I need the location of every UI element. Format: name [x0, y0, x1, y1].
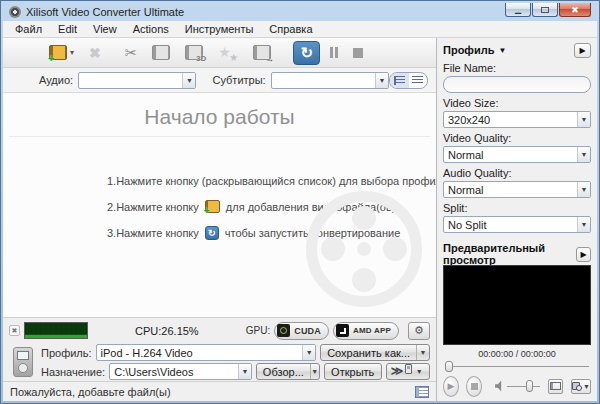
amd-label: AMD APP — [353, 326, 391, 335]
file-name-label: File Name: — [443, 62, 591, 74]
split-select[interactable]: No Split ▼ — [443, 216, 591, 233]
play-button[interactable]: ▶ — [443, 376, 459, 397]
crop-film-icon — [152, 45, 170, 60]
convert-icon: ↻ — [205, 226, 219, 240]
maximize-button[interactable] — [532, 3, 558, 17]
output-settings: Профиль: iPod - H.264 Video ▼ Сохранить … — [3, 343, 436, 381]
3d-button[interactable]: 3D — [185, 45, 203, 60]
camera-icon — [572, 382, 580, 390]
audio-quality-label: Audio Quality: — [443, 167, 591, 179]
app-logo-icon — [9, 6, 21, 18]
step-2-text: 2.Нажмите кнопку — [107, 201, 199, 213]
video-quality-select[interactable]: Normal ▼ — [443, 146, 591, 163]
nvidia-icon — [277, 324, 290, 337]
3d-film-icon: 3D — [185, 45, 203, 60]
file-name-input[interactable] — [443, 76, 591, 93]
status-message: Пожалуйста, добавьте файл(ы) — [10, 386, 415, 398]
film-frame-icon — [550, 382, 561, 390]
pause-button[interactable] — [330, 47, 338, 58]
audio-quality-select[interactable]: Normal ▼ — [443, 181, 591, 198]
hide-graph-button[interactable]: ✖ — [9, 325, 20, 336]
combo-value: iPod - H.264 Video — [97, 347, 303, 359]
track-filter-row: Аудио: ▼ Субтитры: ▼ — [3, 68, 436, 93]
subtitles-select[interactable]: ▼ — [271, 72, 389, 89]
add-to-queue-button[interactable]: → — [253, 45, 271, 60]
menu-edit[interactable]: Edit — [50, 23, 85, 35]
menu-file[interactable]: Файл — [7, 23, 50, 35]
menu-help[interactable]: Справка — [261, 23, 320, 35]
volume-slider[interactable] — [507, 379, 540, 393]
volume-slider-thumb[interactable] — [526, 380, 533, 392]
chevron-down-icon: ▾ — [70, 48, 74, 57]
detail-view-icon — [394, 76, 405, 85]
profile-panel-title[interactable]: Профиль — [443, 44, 494, 56]
profile-select[interactable]: iPod - H.264 Video ▼ — [96, 344, 317, 361]
profile-label: Профиль: — [41, 347, 92, 359]
chevron-down-icon: ▼ — [577, 147, 590, 162]
add-file-icon: + — [49, 45, 67, 60]
effects-button[interactable]: ★★ — [218, 44, 238, 61]
save-as-button[interactable]: Сохранить как... ▼ — [320, 344, 430, 361]
combo-value: Normal — [444, 184, 577, 196]
destination-input[interactable]: C:\Users\Videos ▼ — [109, 363, 252, 380]
destination-label: Назначение: — [41, 366, 105, 378]
settings-button[interactable]: ⚙ — [408, 322, 430, 340]
maximize-icon — [541, 7, 549, 13]
chevron-down-icon: ▼ — [375, 73, 388, 88]
pause-icon — [330, 47, 338, 58]
chevron-down-icon: ▼ — [182, 73, 195, 88]
menu-actions[interactable]: Actions — [125, 23, 177, 35]
amd-icon — [336, 324, 349, 337]
toolbar: + ▾ ✖ ✂ 3D ★★ — [3, 38, 436, 68]
delete-file-button[interactable]: ✖ — [89, 45, 101, 61]
title-bar: Xilisoft Video Converter Ultimate ▁ ✖ — [3, 3, 597, 21]
view-toggle — [389, 72, 428, 89]
scissors-icon: ✂ — [125, 44, 138, 62]
stop-button[interactable] — [353, 48, 363, 58]
close-button[interactable]: ✖ — [559, 3, 591, 17]
volume-track — [507, 386, 540, 387]
stop-playback-button[interactable] — [466, 376, 482, 397]
open-label: Открыть — [331, 366, 374, 378]
seek-slider[interactable] — [443, 360, 591, 372]
subtitles-label: Субтитры: — [212, 74, 265, 86]
seek-slider-thumb[interactable] — [445, 361, 453, 372]
expand-preview-button[interactable]: ▶ — [576, 247, 591, 262]
cuda-button[interactable]: CUDA — [274, 322, 329, 340]
clip-button[interactable]: ✂ — [125, 44, 138, 62]
preview-panel-title: Предварительный просмотр — [443, 242, 576, 266]
camera-button[interactable]: ▼ — [571, 379, 591, 394]
menu-view[interactable]: View — [85, 23, 125, 35]
wrench-icon: ⚙ — [414, 324, 424, 337]
combo-value: Normal — [444, 149, 577, 161]
chevron-down-icon: ▼ — [577, 112, 590, 127]
speaker-icon[interactable] — [495, 381, 503, 392]
snapshot-folder-button[interactable] — [548, 379, 563, 394]
ipod-device-icon — [13, 347, 33, 377]
chevron-down-icon: ▼ — [583, 383, 590, 390]
expand-profile-button[interactable]: ▶ — [574, 43, 591, 58]
transfer-to-device-button[interactable]: ≫ ▼ — [386, 363, 430, 380]
cuda-label: CUDA — [294, 326, 321, 336]
chevron-down-icon: ▼ — [577, 217, 590, 232]
add-file-button[interactable]: + ▾ — [49, 45, 74, 60]
menu-tools[interactable]: Инструменты — [177, 23, 262, 35]
audio-select[interactable]: ▼ — [78, 72, 196, 89]
step-1-text: 1.Нажмите кнопку (раскрывающийся список)… — [107, 175, 436, 187]
browse-button[interactable]: Обзор... ▼ — [256, 363, 320, 380]
combo-value: 320x240 — [444, 114, 577, 126]
simple-view-button[interactable] — [409, 73, 427, 88]
device-icon — [405, 364, 411, 374]
open-button[interactable]: Открыть — [324, 363, 382, 380]
minimize-button[interactable]: ▁ — [505, 3, 531, 17]
task-list-button[interactable] — [415, 386, 429, 398]
video-size-select[interactable]: 320x240 ▼ — [443, 111, 591, 128]
amd-app-button[interactable]: AMD APP — [333, 322, 399, 340]
combo-value: No Split — [444, 219, 577, 231]
crop-button[interactable] — [152, 45, 170, 60]
convert-button[interactable]: ↻ — [293, 41, 320, 65]
detail-view-button[interactable] — [390, 73, 408, 88]
profile-panel: Профиль ▼ ▶ File Name: Video Size: 320x2… — [437, 38, 597, 401]
cpu-usage-graph — [24, 322, 88, 339]
delete-icon: ✖ — [89, 45, 101, 61]
